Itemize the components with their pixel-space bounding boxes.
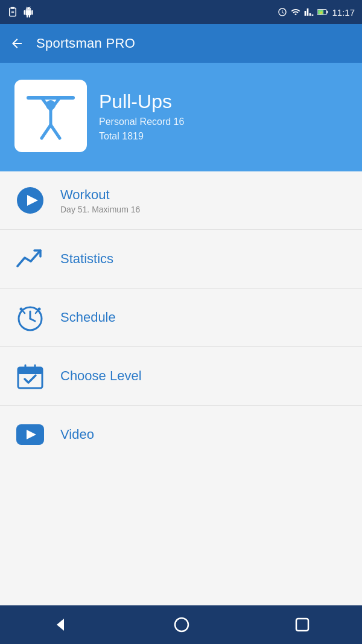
android-icon: [23, 7, 34, 18]
exercise-record: Personal Record 16: [99, 116, 184, 127]
svg-marker-30: [57, 619, 64, 631]
svg-point-23: [38, 308, 41, 311]
menu-item-schedule[interactable]: Schedule: [0, 289, 362, 347]
svg-line-19: [30, 319, 35, 321]
menu-item-statistics[interactable]: Statistics: [0, 230, 362, 289]
signal-icon: [304, 7, 314, 17]
video-icon: [14, 419, 46, 450]
status-bar-right: ⚡ 11:17: [278, 7, 355, 18]
svg-line-13: [51, 125, 60, 138]
statistics-label: Statistics: [60, 251, 113, 267]
back-nav-button[interactable]: [52, 616, 69, 633]
workout-sublabel: Day 51. Maximum 16: [60, 205, 140, 214]
schedule-text: Schedule: [60, 310, 116, 325]
recent-nav-button[interactable]: [294, 617, 310, 633]
video-text: Video: [60, 427, 94, 442]
hero-section: Pull-Ups Personal Record 16 Total 1819: [0, 63, 362, 171]
workout-icon: [14, 185, 46, 216]
svg-rect-8: [27, 96, 75, 100]
svg-rect-5: [327, 11, 328, 14]
choose-level-text: Choose Level: [60, 368, 142, 384]
svg-line-12: [42, 125, 51, 138]
exercise-icon-box: [14, 80, 87, 152]
svg-point-22: [20, 308, 23, 311]
video-label: Video: [60, 427, 94, 442]
svg-rect-1: [11, 7, 14, 9]
home-nav-button[interactable]: [173, 616, 190, 633]
schedule-icon: [14, 302, 46, 333]
exercise-name: Pull-Ups: [99, 91, 184, 113]
pullups-icon: [24, 89, 78, 143]
statistics-icon: [14, 243, 46, 275]
app-title: Sportsman PRO: [36, 36, 135, 51]
app-bar: Sportsman PRO: [0, 24, 362, 63]
statistics-text: Statistics: [60, 251, 113, 267]
alarm-status-icon: [278, 7, 287, 17]
menu-item-choose-level[interactable]: Choose Level: [0, 347, 362, 406]
svg-point-31: [175, 618, 188, 631]
status-bar: ⚡ 11:17: [0, 0, 362, 24]
back-button[interactable]: [10, 36, 24, 51]
exercise-total: Total 1819: [99, 131, 184, 142]
status-bar-left: [7, 7, 34, 18]
schedule-label: Schedule: [60, 310, 116, 325]
choose-level-label: Choose Level: [60, 368, 142, 384]
choose-level-icon: [14, 360, 46, 392]
svg-text:⚡: ⚡: [319, 11, 323, 15]
bottom-nav: [0, 605, 362, 644]
workout-text: Workout Day 51. Maximum 16: [60, 187, 140, 214]
wifi-icon: [291, 7, 300, 17]
svg-rect-25: [18, 368, 42, 374]
svg-rect-32: [296, 619, 308, 631]
exercise-info: Pull-Ups Personal Record 16 Total 1819: [99, 91, 184, 142]
battery-icon: ⚡: [317, 7, 328, 17]
clipboard-icon: [7, 7, 18, 18]
workout-label: Workout: [60, 187, 140, 203]
menu-item-workout[interactable]: Workout Day 51. Maximum 16: [0, 171, 362, 230]
svg-rect-0: [10, 8, 16, 16]
svg-point-14: [46, 100, 56, 110]
status-time: 11:17: [332, 7, 355, 18]
menu-section: Workout Day 51. Maximum 16 Statistics: [0, 171, 362, 605]
menu-item-video[interactable]: Video: [0, 406, 362, 464]
